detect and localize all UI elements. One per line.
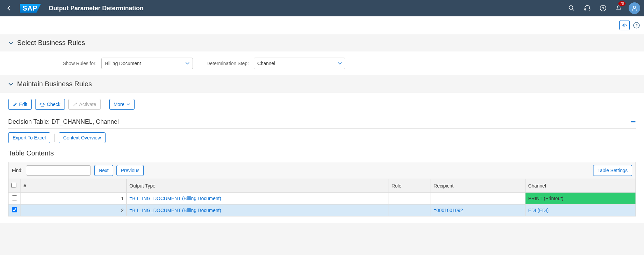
header-right: ? 70 — [565, 2, 641, 14]
search-button[interactable] — [565, 2, 578, 14]
svg-line-1 — [573, 9, 574, 11]
collapse-section-button[interactable]: − — [631, 117, 636, 127]
col-role: Role — [389, 179, 431, 193]
chevron-left-icon — [7, 6, 12, 11]
row-num: 1 — [21, 193, 127, 205]
header-left: SAP Output Parameter Determination — [3, 4, 143, 13]
show-rules-label: Show Rules for: — [63, 61, 97, 66]
collapse-panel-button[interactable] — [619, 20, 630, 30]
support-button[interactable] — [581, 2, 593, 14]
scale-icon — [40, 102, 45, 107]
table-row[interactable]: 1=BILLING_DOCUMENT (Billing Document)PRI… — [9, 193, 636, 205]
section-title: Maintain Business Rules — [17, 80, 92, 88]
col-output-type: Output Type — [127, 179, 389, 193]
cell-output-type: =BILLING_DOCUMENT (Billing Document) — [127, 205, 389, 216]
section-title: Select Business Rules — [17, 39, 85, 47]
col-channel: Channel — [525, 179, 635, 193]
recipient-link[interactable]: =0001001092 — [434, 208, 463, 213]
table-caption: Table Contents — [8, 143, 636, 162]
row-select-cell[interactable] — [9, 205, 21, 216]
user-avatar[interactable] — [628, 2, 641, 14]
avatar — [629, 2, 640, 14]
collapse-icon — [622, 23, 627, 28]
output-type-link[interactable]: =BILLING_DOCUMENT (Billing Document) — [129, 196, 221, 201]
divider — [8, 129, 636, 129]
select-all-checkbox[interactable] — [11, 183, 16, 188]
svg-text:?: ? — [602, 6, 604, 11]
help-icon: ? — [600, 5, 606, 12]
row-checkbox[interactable] — [12, 207, 17, 212]
determination-step-group: Determination Step: Channel — [207, 58, 345, 69]
chevron-down-icon — [185, 62, 190, 65]
find-label: Find: — [12, 168, 23, 173]
page-title: Output Parameter Determination — [48, 5, 143, 12]
decision-table-title: Decision Table: DT_CHANNEL, Channel — [8, 118, 119, 125]
edit-button[interactable]: Edit — [8, 99, 32, 110]
page-help-button[interactable]: ? — [633, 22, 640, 29]
app-header: SAP Output Parameter Determination ? 70 — [0, 0, 644, 16]
svg-point-0 — [569, 6, 573, 10]
chevron-down-icon — [8, 82, 14, 86]
table-section: Table Contents Find: Next Previous Table… — [0, 143, 644, 223]
check-label: Check — [47, 102, 60, 107]
cell-recipient — [431, 193, 525, 205]
decision-table-title-row: Decision Table: DT_CHANNEL, Channel − — [8, 117, 636, 127]
previous-label: Previous — [121, 168, 139, 173]
help-icon: ? — [633, 22, 640, 29]
cell-role — [389, 205, 431, 216]
col-select-all[interactable] — [9, 179, 21, 193]
show-rules-group: Show Rules for: Billing Document — [63, 58, 193, 69]
maintain-rules-panel: Edit Check Activate More Decision Table:… — [0, 93, 644, 143]
search-icon — [569, 5, 575, 11]
sub-toolbar: ? — [0, 16, 644, 34]
notifications-button[interactable]: 70 — [613, 2, 625, 14]
export-toolbar: Export To Excel Context Overview — [8, 132, 636, 143]
more-label: More — [114, 102, 125, 107]
col-recipient: Recipient — [431, 179, 525, 193]
sap-logo: SAP — [20, 4, 41, 13]
row-checkbox[interactable] — [12, 195, 17, 200]
context-overview-button[interactable]: Context Overview — [59, 132, 105, 143]
next-label: Next — [99, 168, 109, 173]
help-button[interactable]: ? — [597, 2, 609, 14]
back-button[interactable] — [3, 4, 15, 13]
determination-step-select[interactable]: Channel — [254, 58, 345, 69]
decision-table: # Output Type Role Recipient Channel 1=B… — [8, 179, 636, 216]
table-settings-button[interactable]: Table Settings — [593, 165, 632, 176]
channel-link[interactable]: EDI (EDI) — [528, 208, 549, 213]
export-excel-button[interactable]: Export To Excel — [8, 132, 50, 143]
context-label: Context Overview — [63, 135, 101, 140]
activate-button: Activate — [68, 99, 101, 110]
svg-rect-2 — [585, 9, 586, 10]
row-select-cell[interactable] — [9, 193, 21, 205]
section-maintain-rules[interactable]: Maintain Business Rules — [0, 75, 644, 93]
table-row[interactable]: 2=BILLING_DOCUMENT (Billing Document)=00… — [9, 205, 636, 216]
cell-recipient: =0001001092 — [431, 205, 525, 216]
notification-badge: 70 — [618, 1, 626, 6]
bell-icon — [615, 5, 622, 12]
chevron-down-icon — [8, 41, 14, 45]
cell-role — [389, 193, 431, 205]
section-select-rules[interactable]: Select Business Rules — [0, 34, 644, 51]
find-input[interactable] — [26, 165, 91, 176]
row-num: 2 — [21, 205, 127, 216]
table-header-row: # Output Type Role Recipient Channel — [9, 179, 636, 193]
svg-rect-3 — [589, 9, 590, 10]
cell-channel: EDI (EDI) — [525, 205, 635, 216]
svg-text:?: ? — [635, 23, 638, 27]
cell-channel: PRINT (Printout) — [525, 193, 635, 205]
svg-point-6 — [633, 6, 635, 8]
separator — [105, 100, 105, 108]
separator — [54, 134, 55, 142]
show-rules-select[interactable]: Billing Document — [101, 58, 193, 69]
output-type-link[interactable]: =BILLING_DOCUMENT (Billing Document) — [129, 208, 221, 213]
previous-button[interactable]: Previous — [116, 165, 144, 176]
chevron-down-icon — [338, 62, 342, 65]
determination-step-label: Determination Step: — [207, 61, 249, 66]
select-rules-panel: Show Rules for: Billing Document Determi… — [0, 51, 644, 75]
check-button[interactable]: Check — [35, 99, 65, 110]
next-button[interactable]: Next — [94, 165, 113, 176]
col-num: # — [21, 179, 127, 193]
edit-label: Edit — [19, 102, 27, 107]
more-button[interactable]: More — [109, 99, 135, 110]
